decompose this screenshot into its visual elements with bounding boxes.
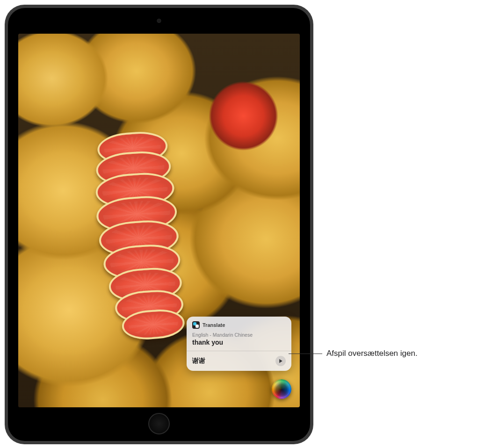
callout-label: Afspil oversættelsen igen. bbox=[326, 349, 418, 358]
translate-card-title: Translate bbox=[203, 322, 225, 328]
play-translation-button[interactable] bbox=[275, 356, 286, 366]
callout-leader-line bbox=[289, 354, 322, 354]
grapefruit-slices-decoration bbox=[86, 129, 198, 336]
card-divider bbox=[187, 351, 291, 351]
ipad-bezel: Translate English - Mandarin Chinese tha… bbox=[8, 8, 310, 441]
front-camera bbox=[157, 19, 161, 23]
siri-translate-result-card[interactable]: Translate English - Mandarin Chinese tha… bbox=[187, 317, 291, 371]
ipad-screen: Translate English - Mandarin Chinese tha… bbox=[18, 34, 300, 407]
translate-card-header: Translate bbox=[192, 321, 286, 329]
translate-app-icon bbox=[192, 321, 200, 329]
ipad-device-frame: Translate English - Mandarin Chinese tha… bbox=[5, 5, 313, 444]
translated-phrase-text: 谢谢 bbox=[192, 357, 205, 365]
language-pair-label: English - Mandarin Chinese bbox=[192, 332, 286, 338]
source-phrase-text: thank you bbox=[192, 339, 286, 346]
home-button[interactable] bbox=[148, 413, 170, 434]
translation-result-row: 谢谢 bbox=[192, 356, 286, 366]
siri-button[interactable] bbox=[272, 379, 291, 399]
play-icon bbox=[279, 359, 283, 363]
